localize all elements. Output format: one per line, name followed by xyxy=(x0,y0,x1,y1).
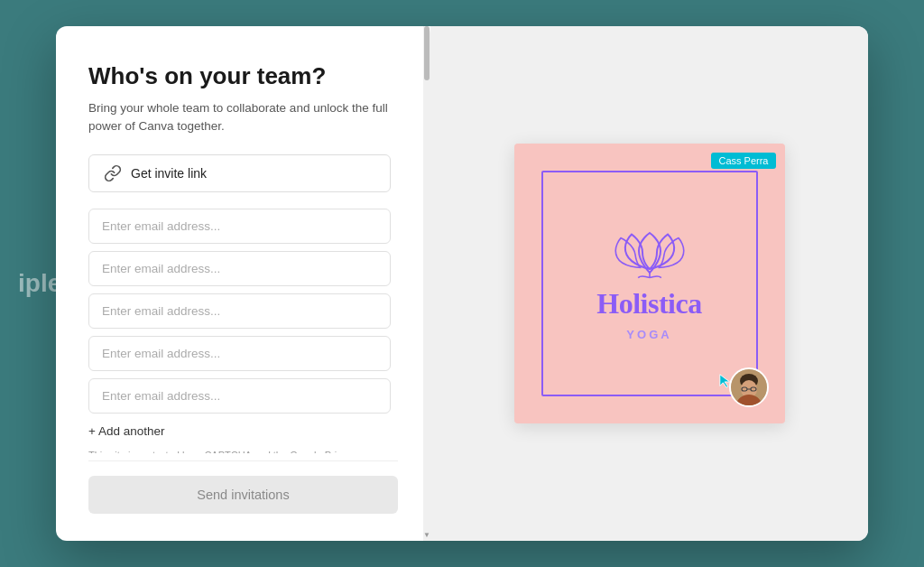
cursor-icon xyxy=(718,373,735,389)
email-input-2[interactable] xyxy=(88,251,391,286)
avatar xyxy=(729,367,769,407)
add-another-label: + Add another xyxy=(88,424,164,438)
email-input-5[interactable] xyxy=(88,378,391,414)
invite-link-label: Get invite link xyxy=(131,166,207,181)
brand-name: Holistica xyxy=(596,287,701,321)
send-invitations-button[interactable]: Send invitations xyxy=(88,476,398,514)
svg-marker-1 xyxy=(719,375,729,387)
left-panel: Who's on your team? Bring your whole tea… xyxy=(56,26,430,541)
user-tag: Cass Perra xyxy=(711,153,775,169)
email-input-4[interactable] xyxy=(88,336,391,371)
canvas-inner-design: Holistica YOGA xyxy=(541,171,758,396)
modal-title: Who's on your team? xyxy=(88,62,391,90)
scroll-indicator: ▲ ▼ xyxy=(423,26,430,541)
avatar-cursor-group xyxy=(718,367,769,407)
scroll-thumb xyxy=(424,26,430,80)
right-panel: Cass Perra xyxy=(430,26,868,541)
invite-modal: × Who's on your team? Bring your whole t… xyxy=(56,26,868,541)
link-icon xyxy=(104,164,122,182)
email-input-3[interactable] xyxy=(88,293,391,329)
modal-subtitle: Bring your whole team to collaborate and… xyxy=(88,99,391,136)
invite-link-button[interactable]: Get invite link xyxy=(88,154,391,192)
scroll-down-arrow[interactable]: ▼ xyxy=(423,531,430,539)
lotus-icon xyxy=(614,226,686,280)
recaptcha-notice: This site is protected by reCAPTCHA and … xyxy=(88,449,391,453)
brand-subtitle: YOGA xyxy=(626,328,671,341)
scroll-content: Who's on your team? Bring your whole tea… xyxy=(88,62,398,453)
email-input-1[interactable] xyxy=(88,209,391,244)
canvas-preview-card: Cass Perra xyxy=(514,144,785,423)
add-another-button[interactable]: + Add another xyxy=(88,424,164,438)
bottom-bar: Send invitations xyxy=(88,460,398,514)
